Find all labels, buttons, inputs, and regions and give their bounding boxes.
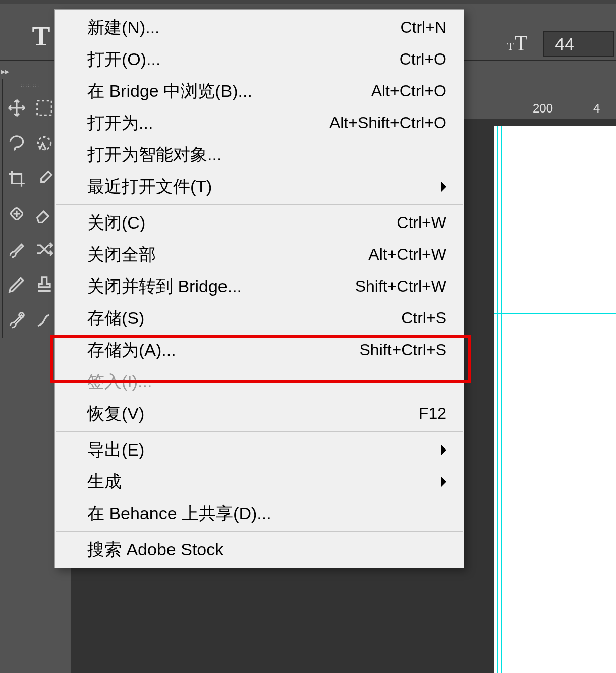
tool-pen[interactable] bbox=[3, 267, 30, 302]
menu-item-label: 存储(S) bbox=[87, 307, 401, 330]
eraser-icon bbox=[35, 204, 54, 223]
guide-vertical[interactable] bbox=[497, 126, 498, 673]
menu-item[interactable]: 新建(N)...Ctrl+N bbox=[55, 12, 464, 43]
crop-icon bbox=[7, 169, 26, 188]
menu-item-label: 导出(E) bbox=[87, 438, 446, 462]
chevron-right-icon bbox=[441, 445, 452, 455]
menu-item-label: 新建(N)... bbox=[87, 16, 400, 39]
guide-vertical[interactable] bbox=[501, 126, 502, 673]
menu-item-label: 打开(O)... bbox=[87, 48, 400, 71]
guide-horizontal[interactable] bbox=[494, 313, 616, 314]
svg-rect-0 bbox=[37, 101, 51, 116]
menu-item-shortcut: Ctrl+S bbox=[401, 309, 446, 327]
menu-separator bbox=[56, 204, 463, 205]
menu-item[interactable]: 关闭并转到 Bridge...Shift+Ctrl+W bbox=[55, 270, 464, 302]
menu-item[interactable]: 生成 bbox=[55, 466, 464, 497]
menu-item-label: 存储为(A)... bbox=[87, 339, 359, 362]
menu-item-shortcut: Ctrl+N bbox=[400, 18, 446, 37]
menu-item-label: 打开为智能对象... bbox=[87, 143, 446, 166]
panel-expand-handle[interactable]: ▸▸ bbox=[1, 66, 17, 77]
menu-item-label: 在 Bridge 中浏览(B)... bbox=[87, 80, 371, 103]
menu-item-shortcut: Shift+Ctrl+W bbox=[355, 277, 446, 296]
tool-eyedropper[interactable] bbox=[30, 161, 58, 196]
menu-item[interactable]: 打开为...Alt+Shift+Ctrl+O bbox=[55, 107, 464, 139]
ruler-mark: 200 bbox=[533, 101, 553, 116]
menu-item[interactable]: 关闭(C)Ctrl+W bbox=[55, 207, 464, 239]
tool-stamp[interactable] bbox=[30, 267, 58, 302]
quick-select-icon bbox=[35, 134, 54, 153]
tool-lasso[interactable] bbox=[3, 126, 30, 161]
menu-item[interactable]: 恢复(V)F12 bbox=[55, 398, 464, 429]
menu-item-shortcut: Alt+Ctrl+W bbox=[368, 245, 446, 264]
tool-brush[interactable] bbox=[3, 232, 30, 267]
lasso-icon bbox=[7, 134, 26, 153]
menu-item-shortcut: Alt+Ctrl+O bbox=[371, 82, 446, 100]
menu-item-label: 搜索 Adobe Stock bbox=[87, 538, 446, 562]
menu-item[interactable]: 在 Behance 上共享(D)... bbox=[55, 497, 464, 529]
file-menu: 新建(N)...Ctrl+N打开(O)...Ctrl+O在 Bridge 中浏览… bbox=[54, 9, 464, 568]
menu-item-shortcut: Ctrl+O bbox=[400, 50, 446, 69]
tool-move[interactable] bbox=[3, 90, 30, 126]
menu-item[interactable]: 打开(O)...Ctrl+O bbox=[55, 43, 464, 75]
smudge-icon bbox=[35, 310, 54, 329]
pen-icon bbox=[7, 275, 26, 294]
menu-item[interactable]: 搜索 Adobe Stock bbox=[55, 534, 464, 566]
brush-icon bbox=[7, 240, 26, 259]
menu-item-shortcut: F12 bbox=[419, 404, 446, 423]
menu-item[interactable]: 存储(S)Ctrl+S bbox=[55, 302, 464, 334]
shuffle-icon bbox=[35, 240, 54, 259]
tool-history-brush[interactable] bbox=[3, 302, 30, 338]
menu-item[interactable]: 导出(E) bbox=[55, 434, 464, 466]
toolbox-grip[interactable]: :::::::: bbox=[3, 79, 58, 90]
menu-item-shortcut: Ctrl+W bbox=[397, 213, 446, 232]
marquee-icon bbox=[35, 98, 54, 118]
tool-healing[interactable] bbox=[3, 196, 30, 232]
menu-item-label: 关闭并转到 Bridge... bbox=[87, 275, 355, 298]
font-size-input[interactable]: 44 bbox=[543, 31, 614, 57]
menu-item-shortcut: Shift+Ctrl+S bbox=[359, 341, 446, 359]
menu-item-label: 关闭(C) bbox=[87, 211, 397, 235]
menu-item[interactable]: 最近打开文件(T) bbox=[55, 171, 464, 202]
tool-eraser[interactable] bbox=[30, 196, 58, 232]
chevron-right-icon bbox=[441, 182, 452, 192]
menu-item-shortcut: Alt+Shift+Ctrl+O bbox=[329, 114, 446, 132]
tool-shuffle[interactable] bbox=[30, 232, 58, 267]
history-brush-icon bbox=[7, 310, 26, 329]
tool-quick-select[interactable] bbox=[30, 126, 58, 161]
menu-item-label: 生成 bbox=[87, 470, 446, 493]
ruler-mark: 4 bbox=[593, 101, 600, 116]
menu-item-label: 恢复(V) bbox=[87, 402, 419, 425]
menu-item-label: 关闭全部 bbox=[87, 243, 368, 266]
menu-separator bbox=[56, 531, 463, 532]
chevron-right-icon bbox=[441, 477, 452, 487]
menubar bbox=[0, 0, 616, 4]
toolbox: :::::::: bbox=[2, 79, 59, 338]
font-size-icon: T T bbox=[502, 28, 532, 59]
menu-item[interactable]: 存储为(A)...Shift+Ctrl+S bbox=[55, 334, 464, 366]
menu-separator bbox=[56, 431, 463, 432]
menu-item[interactable]: 关闭全部Alt+Ctrl+W bbox=[55, 239, 464, 270]
menu-item-label: 打开为... bbox=[87, 111, 329, 135]
tool-marquee[interactable] bbox=[30, 90, 58, 126]
stamp-icon bbox=[35, 275, 54, 294]
tool-crop[interactable] bbox=[3, 161, 30, 196]
menu-item-label: 签入(I)... bbox=[87, 370, 446, 394]
eyedropper-icon bbox=[35, 169, 54, 188]
menu-item-label: 在 Behance 上共享(D)... bbox=[87, 502, 446, 525]
healing-icon bbox=[7, 204, 26, 223]
menu-item: 签入(I)... bbox=[55, 366, 464, 398]
menu-item[interactable]: 在 Bridge 中浏览(B)...Alt+Ctrl+O bbox=[55, 75, 464, 107]
menu-item[interactable]: 打开为智能对象... bbox=[55, 139, 464, 171]
menu-item-label: 最近打开文件(T) bbox=[87, 175, 446, 198]
document-page bbox=[494, 126, 616, 673]
move-icon bbox=[7, 98, 26, 118]
tool-smudge[interactable] bbox=[30, 302, 58, 338]
